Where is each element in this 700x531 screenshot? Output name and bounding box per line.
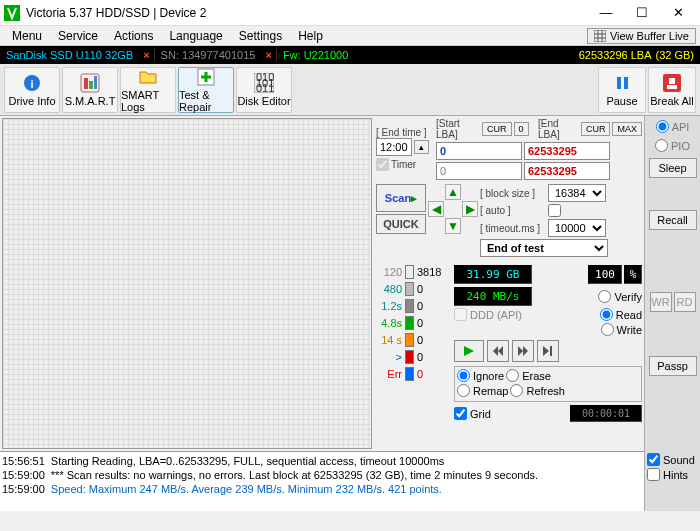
break-all-button[interactable]: Break All [648, 67, 696, 113]
toolbar: i Drive Info S.M.A.R.T SMART Logs Test &… [0, 64, 700, 116]
menu-language[interactable]: Language [161, 27, 230, 45]
speed-legend: 1203818 4800 1.2s0 4.8s0 14 s0 >0 Err0 [376, 265, 452, 384]
end-time-input[interactable] [376, 138, 412, 156]
main: [ End time ] ▴ Timer [Start LBA] CUR 0 [… [0, 116, 700, 451]
maximize-button[interactable]: ☐ [624, 2, 660, 24]
ignore-radio[interactable]: Ignore [457, 369, 504, 382]
menu-service[interactable]: Service [50, 27, 106, 45]
log-line: Starting Reading, LBA=0..62533295, FULL,… [51, 454, 642, 468]
scan-controls: [ End time ] ▴ Timer [Start LBA] CUR 0 [… [374, 116, 644, 451]
log-line: Speed: Maximum 247 MB/s. Average 239 MB/… [51, 482, 642, 496]
pos-input [436, 162, 522, 180]
svg-rect-9 [84, 78, 88, 89]
smart-logs-button[interactable]: SMART Logs [120, 67, 176, 113]
sleep-button[interactable]: Sleep [649, 158, 697, 178]
speed-display: 240 MB/s [454, 287, 532, 306]
block-size-select[interactable]: 16384 [548, 184, 606, 202]
test-repair-button[interactable]: Test & Repair [178, 67, 234, 113]
disk-editor-button[interactable]: 010110100110 Disk Editor [236, 67, 292, 113]
device-info-bar: SanDisk SSD U110 32GB × SN: 134977401015… [0, 46, 700, 64]
view-buffer-live-button[interactable]: View Buffer Live [587, 28, 696, 44]
minimize-button[interactable]: — [588, 2, 624, 24]
next-button[interactable] [537, 340, 559, 362]
total-input [524, 162, 610, 180]
x-icon: × [261, 49, 275, 61]
app-icon [4, 5, 20, 21]
step-back-button[interactable] [487, 340, 509, 362]
smart-icon [80, 73, 100, 93]
api-radio[interactable]: API [656, 120, 690, 133]
right-panel: API PIO Sleep Recall WR RD Passp [644, 116, 700, 451]
hex-icon: 010110100110 [254, 73, 274, 93]
navigation-pad: ▲ ▼ ◀ ▶ [428, 184, 478, 234]
x-icon: × [139, 49, 153, 61]
cur-button-2[interactable]: CUR [581, 122, 611, 136]
wr-button[interactable]: WR [650, 292, 672, 312]
write-radio[interactable]: Write [601, 323, 642, 336]
scan-map [2, 118, 372, 449]
stop-icon [662, 73, 682, 93]
svg-rect-10 [89, 81, 93, 89]
timer-checkbox[interactable] [376, 158, 389, 171]
sound-checkbox[interactable]: Sound [647, 453, 698, 466]
svg-rect-11 [94, 76, 97, 89]
titlebar: Victoria 5.37 HDD/SSD | Device 2 — ☐ ✕ [0, 0, 700, 26]
menu-actions[interactable]: Actions [106, 27, 161, 45]
erase-radio[interactable]: Erase [506, 369, 551, 382]
drive-info-button[interactable]: i Drive Info [4, 67, 60, 113]
remap-radio[interactable]: Remap [457, 384, 508, 397]
log-line: *** Scan results: no warnings, no errors… [51, 468, 642, 482]
svg-text:i: i [30, 78, 33, 90]
close-button[interactable]: ✕ [660, 2, 696, 24]
zero-button[interactable]: 0 [514, 122, 529, 136]
play-button[interactable] [454, 340, 484, 362]
refresh-radio[interactable]: Refresh [510, 384, 565, 397]
verify-radio[interactable]: Verify [598, 290, 642, 303]
folder-icon [138, 67, 158, 87]
capacity: (32 GB) [655, 49, 700, 61]
read-radio[interactable]: Read [600, 308, 642, 321]
window-title: Victoria 5.37 HDD/SSD | Device 2 [26, 6, 588, 20]
test-repair-icon [196, 67, 216, 87]
info-icon: i [22, 73, 42, 93]
hints-checkbox[interactable]: Hints [647, 468, 698, 481]
menu-menu[interactable]: Menu [4, 27, 50, 45]
max-button[interactable]: MAX [612, 122, 642, 136]
start-lba-input[interactable] [436, 142, 522, 160]
time-up-button[interactable]: ▴ [414, 140, 429, 154]
ddd-checkbox[interactable]: DDD (API) [454, 308, 522, 321]
menu-settings[interactable]: Settings [231, 27, 290, 45]
step-fwd-button[interactable] [512, 340, 534, 362]
svg-text:0110: 0110 [256, 82, 274, 93]
arrow-up-button[interactable]: ▲ [445, 184, 461, 200]
pio-radio[interactable]: PIO [655, 139, 690, 152]
quick-button[interactable]: QUICK [376, 214, 426, 234]
timeout-select[interactable]: 10000 [548, 219, 606, 237]
menubar: Menu Service Actions Language Settings H… [0, 26, 700, 46]
rd-button[interactable]: RD [674, 292, 696, 312]
smart-button[interactable]: S.M.A.R.T [62, 67, 118, 113]
menu-help[interactable]: Help [290, 27, 331, 45]
action-select[interactable]: End of test [480, 239, 608, 257]
cur-button[interactable]: CUR [482, 122, 512, 136]
percent-display: 100 [588, 265, 622, 284]
svg-rect-21 [667, 85, 677, 89]
grid-checkbox[interactable]: Grid [454, 407, 491, 420]
svg-rect-1 [594, 30, 606, 42]
log-options: Sound Hints [644, 451, 700, 511]
pause-icon [612, 73, 632, 93]
device-name: SanDisk SSD U110 32GB [0, 49, 139, 61]
svg-rect-17 [617, 77, 621, 89]
end-lba-input[interactable] [524, 142, 610, 160]
elapsed-display: 00:00:01 [570, 405, 642, 422]
arrow-left-button[interactable]: ◀ [428, 201, 444, 217]
pause-button[interactable]: Pause [598, 67, 646, 113]
passp-button[interactable]: Passp [649, 356, 697, 376]
auto-checkbox[interactable] [548, 204, 561, 217]
arrow-down-button[interactable]: ▼ [445, 218, 461, 234]
recall-button[interactable]: Recall [649, 210, 697, 230]
scan-button[interactable]: Scan ▸ [376, 184, 426, 212]
log-panel: 15:56:51 15:59:00 15:59:00 Starting Read… [0, 451, 644, 511]
lba-count: 62533296 LBA [579, 49, 656, 61]
arrow-right-button[interactable]: ▶ [462, 201, 478, 217]
